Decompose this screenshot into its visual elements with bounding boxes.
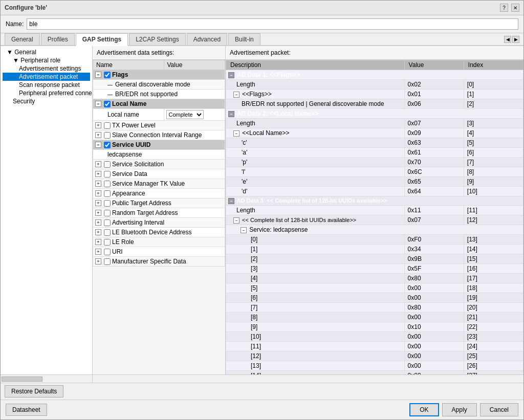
close-button[interactable]: ✕: [511, 4, 519, 12]
tree-item-peripheral-role[interactable]: ▼ Peripheral role: [3, 56, 90, 64]
uuid-12: [12]: [226, 351, 405, 361]
expand-local-name-sub[interactable]: −: [233, 130, 239, 137]
expand-service-solic[interactable]: +: [95, 161, 101, 167]
expand-ad1[interactable]: −: [228, 72, 234, 78]
uuid-12-value: 0x00: [404, 351, 464, 361]
char-l: 'l': [226, 167, 405, 177]
tab-profiles[interactable]: Profiles: [41, 33, 75, 45]
expand-uuid-list[interactable]: −: [233, 217, 239, 224]
tree-item-general[interactable]: ▼ General: [3, 48, 90, 56]
advertisement-settings-table: Name Value − Flags: [93, 60, 225, 267]
flags-sub-value: 0x01: [404, 90, 464, 99]
tab-next-button[interactable]: ▶: [512, 36, 519, 43]
tab-advanced[interactable]: Advanced: [187, 33, 227, 45]
uuid-list-index: [12]: [464, 215, 523, 225]
checkbox-le-bt[interactable]: [104, 229, 111, 236]
uuid-5-value: 0x00: [404, 283, 464, 293]
ok-button[interactable]: OK: [409, 403, 439, 416]
char-d-index: [10]: [464, 187, 523, 196]
table-row: Length 0x02 [0]: [226, 80, 523, 90]
main-content: ▼ General ▼ Peripheral role Advertisemen…: [1, 46, 523, 374]
tab-general[interactable]: General: [5, 33, 40, 45]
tree-item-advertisement-packet[interactable]: Advertisement packet: [3, 73, 90, 81]
col-value: Value: [404, 60, 464, 70]
table-row: − Flags: [93, 70, 225, 80]
expand-le-bt[interactable]: +: [95, 229, 101, 235]
name-input[interactable]: [27, 18, 518, 30]
main-window: Configure 'ble' ? ✕ Name: General Profil…: [0, 0, 524, 420]
uuid-8: [8]: [226, 313, 405, 322]
checkbox-slave-conn[interactable]: [104, 132, 111, 139]
checkbox-local-name[interactable]: [104, 101, 111, 107]
checkbox-adv-interval[interactable]: [104, 219, 111, 226]
expand-slave-conn[interactable]: +: [95, 132, 101, 138]
expand-service-uuid[interactable]: −: [95, 142, 101, 148]
expand-flags-sub[interactable]: −: [233, 92, 239, 98]
tab-built-in[interactable]: Built-in: [228, 33, 260, 45]
random-target-label: Random Target Address: [112, 209, 178, 216]
checkbox-service-uuid[interactable]: [104, 142, 111, 148]
expand-ad2[interactable]: −: [228, 111, 234, 117]
service-uuid-label: Service UUID: [112, 141, 150, 148]
datasheet-button[interactable]: Datasheet: [6, 404, 47, 416]
expand-le-role[interactable]: +: [95, 239, 101, 245]
uuid-length-label: Length: [226, 206, 405, 215]
table-row: 'p' 0x70 [7]: [226, 158, 523, 167]
expand-service-data[interactable]: +: [95, 171, 101, 177]
ledcapsense-label: ledcapsense: [107, 151, 142, 158]
checkbox-service-solic[interactable]: [104, 161, 111, 168]
local-name-select[interactable]: Complete Shortened: [166, 110, 204, 119]
checkbox-tx-power[interactable]: [104, 122, 111, 129]
expand-service-mgr[interactable]: +: [95, 181, 101, 187]
expand-service-leds[interactable]: −: [241, 227, 247, 233]
table-row: + Service Solicitation: [93, 160, 225, 169]
checkbox-manufacturer[interactable]: [104, 258, 111, 265]
uuid-3-index: [16]: [464, 264, 523, 274]
uuid-10: [10]: [226, 332, 405, 342]
tab-prev-button[interactable]: ◀: [504, 36, 511, 43]
uuid-13-index: [26]: [464, 361, 523, 371]
expand-manufacturer[interactable]: +: [95, 258, 101, 264]
tree-item-advertisement-settings[interactable]: Advertisement settings: [3, 64, 90, 73]
title-bar-buttons: ? ✕: [500, 4, 519, 12]
expand-flags[interactable]: −: [95, 72, 101, 78]
table-row: + Public Target Address: [93, 198, 225, 208]
restore-row: Restore Defaults: [1, 383, 523, 400]
restore-defaults-button[interactable]: Restore Defaults: [5, 385, 63, 397]
expand-appearance[interactable]: +: [95, 190, 101, 196]
service-ledcapsense: − Service: ledcapsense: [226, 225, 523, 235]
tree-item-scan-response-packet[interactable]: Scan response packet: [3, 81, 90, 89]
checkbox-random-target[interactable]: [104, 210, 111, 216]
apply-button[interactable]: Apply: [442, 403, 477, 416]
expand-tx-power[interactable]: +: [95, 122, 101, 128]
checkbox-service-mgr[interactable]: [104, 181, 111, 187]
checkbox-public-target[interactable]: [104, 200, 111, 207]
help-button[interactable]: ?: [500, 4, 508, 12]
table-row: [6] 0x00 [19]: [226, 293, 523, 303]
tab-nav: ◀ ▶: [504, 36, 519, 45]
expand-public-target[interactable]: +: [95, 200, 101, 206]
checkbox-flags[interactable]: [104, 72, 111, 78]
tab-gap-settings[interactable]: GAP Settings: [76, 33, 128, 46]
expand-ad3[interactable]: −: [228, 198, 234, 204]
expand-adv-interval[interactable]: +: [95, 219, 101, 226]
local-name-label: Local Name: [112, 100, 146, 107]
tab-l2cap-settings[interactable]: L2CAP Settings: [129, 33, 186, 45]
table-row: [13] 0x00 [26]: [226, 361, 523, 371]
checkbox-service-data[interactable]: [104, 171, 111, 178]
tree-item-peripheral-preferred[interactable]: Peripheral preferred conne: [3, 89, 90, 97]
brdredr-desc: BR/EDR not supported | General discovera…: [226, 99, 405, 109]
checkbox-uri[interactable]: [104, 249, 111, 255]
cancel-button[interactable]: Cancel: [480, 403, 518, 416]
expand-uri[interactable]: +: [95, 249, 101, 255]
hscroll-thumb[interactable]: [2, 377, 42, 382]
uuid-2-value: 0x9B: [404, 254, 464, 264]
expand-random-target[interactable]: +: [95, 210, 101, 216]
checkbox-appearance[interactable]: [104, 190, 111, 197]
table-row: 'e' 0x65 [9]: [226, 177, 523, 187]
table-row: + Slave Connection Interval Range: [93, 130, 225, 140]
tree-item-security[interactable]: Security: [3, 97, 90, 105]
ln-length-label: Length: [226, 119, 405, 128]
expand-local-name[interactable]: −: [95, 101, 101, 107]
checkbox-le-role[interactable]: [104, 239, 111, 246]
